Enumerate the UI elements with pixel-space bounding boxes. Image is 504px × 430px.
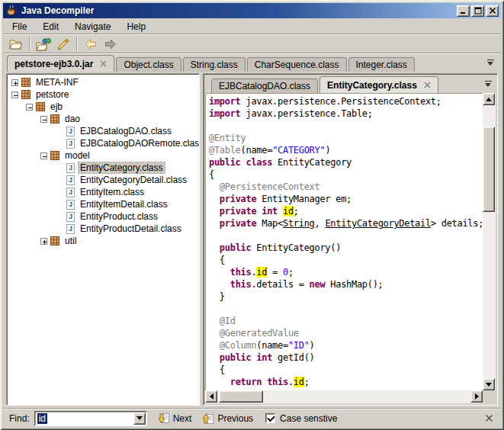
tree-item-label: EntityCategoryDetail.class [79, 175, 188, 185]
source-code-view[interactable]: import javax.persistence.PersistenceCont… [205, 93, 483, 390]
code-token: javax.persistence.PersistenceContext; [241, 96, 441, 107]
find-label: Find: [9, 413, 30, 424]
tree-item[interactable]: util [7, 235, 199, 247]
find-combobox[interactable]: id [34, 411, 147, 426]
type-link[interactable]: String [283, 218, 315, 229]
tab-overflow-dropdown-icon[interactable] [487, 59, 494, 66]
tab-close-icon[interactable] [100, 60, 107, 67]
tree-item[interactable]: META-INF [7, 76, 199, 88]
scroll-up-button[interactable] [483, 93, 495, 105]
find-next-button[interactable]: Next [158, 412, 192, 425]
tree-item-label: EntityItemDetail.class [79, 199, 169, 210]
toolbar [3, 36, 501, 53]
code-token: (name= [241, 145, 273, 156]
app-window: Java Decompiler File Edit Navigate Help [0, 0, 504, 430]
case-sensitive-checkbox[interactable] [265, 413, 275, 423]
code-token: @Entity [209, 133, 246, 143]
menu-item-navigate[interactable]: Navigate [73, 21, 112, 33]
tree-item[interactable]: EJBCatalogDAO.class [7, 125, 199, 137]
back-button[interactable] [81, 36, 101, 53]
tab-string-class[interactable]: String.class [183, 57, 246, 72]
folder-spheres-icon [36, 38, 51, 51]
menu-item-edit[interactable]: Edit [41, 21, 60, 33]
tree-item[interactable]: EJBCatalogDAORemote.class [7, 137, 199, 149]
code-token: { [209, 364, 225, 375]
find-close-button[interactable] [485, 414, 493, 422]
open-type-button[interactable] [34, 36, 53, 53]
search-button[interactable] [53, 36, 73, 53]
scroll-right-icon [475, 393, 479, 400]
code-token [209, 328, 220, 339]
code-token: new [310, 279, 326, 290]
menu-item-help[interactable]: Help [125, 21, 147, 33]
scroll-left-button[interactable] [205, 390, 217, 403]
package-tree: META-INFpetstoreejbdaoEJBCatalogDAO.clas… [6, 73, 200, 406]
code-token: import [209, 96, 241, 107]
code-token: return this [230, 377, 288, 387]
horizontal-scrollbar[interactable] [205, 390, 483, 403]
find-previous-button[interactable]: Previous [202, 412, 253, 425]
tab-integer-class[interactable]: Integer.class [348, 57, 415, 72]
java-class-icon [66, 139, 75, 149]
package-icon [36, 102, 45, 111]
expander-toggle-icon[interactable] [40, 152, 47, 159]
tree-item[interactable]: petstore [7, 88, 199, 101]
code-token: this [230, 279, 252, 290]
code-token: EntityCategory() [251, 242, 341, 253]
tab-entitycategory-class[interactable]: EntityCategory.class [319, 76, 438, 93]
menu-item-file[interactable]: File [11, 21, 28, 33]
code-token: import [209, 108, 241, 119]
tab-charsequence-class[interactable]: CharSequence.class [247, 57, 347, 72]
code-token: EntityCategory [272, 157, 352, 168]
tree-item[interactable]: EntityProductDetail.class [7, 223, 199, 235]
java-class-icon [66, 163, 75, 173]
tree-item[interactable]: EntityCategoryDetail.class [7, 174, 199, 186]
code-token: } [209, 291, 225, 302]
code-token: EntityManager em; [256, 194, 352, 204]
tab-ejbcatalogdao-class[interactable]: EJBCatalogDAO.class [211, 79, 318, 93]
code-token: javax.persistence.Table; [241, 108, 373, 119]
horizontal-scrollbar-thumb[interactable] [219, 390, 263, 403]
code-line: @Column(name="ID") [209, 339, 483, 351]
vertical-scrollbar[interactable] [483, 93, 496, 390]
expander-toggle-icon[interactable] [11, 79, 18, 86]
type-link[interactable]: EntityCategoryDetail [325, 218, 431, 229]
package-icon [21, 90, 30, 99]
code-token [209, 352, 220, 363]
tree-item[interactable]: EntityCategory.class [7, 162, 199, 174]
tree-item[interactable]: EntityItem.class [7, 186, 199, 198]
scroll-right-button[interactable] [470, 390, 483, 403]
java-class-icon [66, 175, 75, 185]
source-tab-overflow-dropdown-icon[interactable] [485, 81, 492, 88]
tree-item[interactable]: model [7, 149, 199, 162]
tab-petstore-ejb3-jar[interactable]: petstore-ejb3.0.jar [7, 55, 114, 72]
tab-object-class[interactable]: Object.class [116, 57, 181, 72]
close-button[interactable] [486, 5, 499, 17]
code-token: > details; [431, 218, 483, 229]
find-input-value[interactable]: id [37, 413, 47, 424]
expander-toggle-icon[interactable] [11, 91, 18, 98]
minimize-button[interactable] [457, 5, 470, 17]
code-token: private [220, 194, 256, 204]
forward-button[interactable] [101, 36, 120, 53]
expander-toggle-icon[interactable] [26, 104, 33, 111]
tree-item[interactable]: ejb [7, 101, 199, 113]
expander-toggle-icon[interactable] [40, 116, 47, 123]
open-file-button[interactable] [6, 36, 26, 53]
code-line: this.details = new HashMap(); [209, 278, 483, 290]
tree-item[interactable]: EntityProduct.class [7, 210, 199, 223]
tab-close-icon[interactable] [424, 82, 431, 88]
code-token: , [315, 218, 326, 229]
tree-item[interactable]: dao [7, 113, 199, 125]
maximize-button[interactable] [471, 5, 484, 17]
find-bar: Find: id Next Previous Case senstive [3, 409, 501, 427]
close-icon [489, 7, 496, 14]
expander-toggle-icon[interactable] [40, 238, 47, 245]
code-token: ; [304, 377, 310, 387]
vertical-scrollbar-thumb[interactable] [483, 127, 495, 212]
scroll-down-button[interactable] [483, 378, 495, 390]
tree-item[interactable]: EntityItemDetail.class [7, 198, 199, 210]
code-token [209, 206, 220, 217]
combo-dropdown-button[interactable] [133, 412, 146, 425]
package-icon [21, 78, 30, 87]
